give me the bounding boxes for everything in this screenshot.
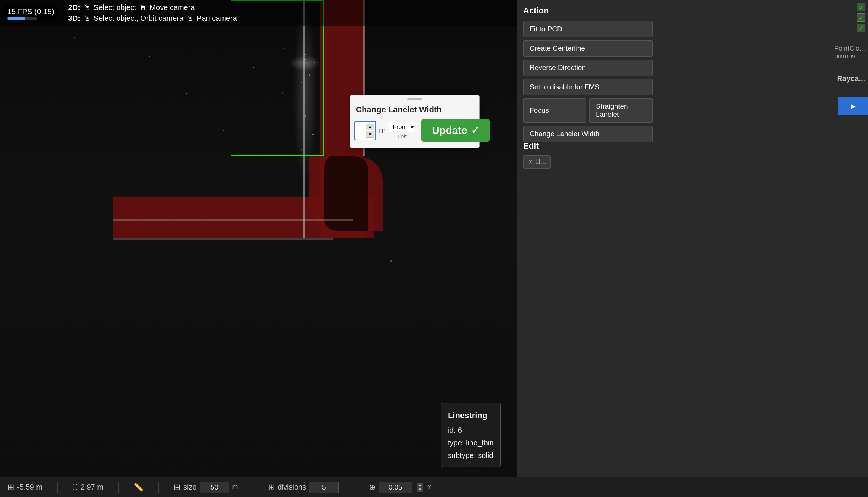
fps-display: 15 FPS (0-15) <box>4 5 57 21</box>
y-coord-item: ⁚⁚ 2.97 m <box>73 482 103 492</box>
camera-2d-icon: 🖱 <box>139 3 147 12</box>
edit-title: Edit <box>523 141 862 151</box>
fps-label: 15 FPS (0-15) <box>7 7 54 16</box>
cursor-3d-icon: 🖱 <box>83 14 91 23</box>
road-line-bottom-h <box>113 238 333 240</box>
width-spin-up[interactable]: ▲ <box>366 124 374 130</box>
divisions-item: ⊞ divisions <box>268 482 339 493</box>
linestring-tooltip: Linestring id: 6 type: line_thin subtype… <box>441 403 501 467</box>
fps-bar <box>7 17 37 20</box>
update-button[interactable]: Update ✓ <box>421 119 490 142</box>
mode-3d-label: 3D: <box>68 14 80 23</box>
move-camera-label: Move camera <box>150 3 195 12</box>
pan-icon: 🖱 <box>186 14 194 23</box>
checkbox-row-3: ✓ <box>857 24 865 32</box>
pcd-dot <box>335 279 335 280</box>
mode-2d-row: 2D: 🖱 Select object 🖱 Move camera <box>68 3 237 12</box>
step-unit: m <box>426 483 432 491</box>
width-spin-down[interactable]: ▼ <box>366 131 374 138</box>
popup-spinners: ▲ ▼ <box>366 124 374 138</box>
divisions-grid-icon: ⊞ <box>268 482 275 492</box>
divider-3 <box>158 482 159 493</box>
set-disable-fms-button[interactable]: Set to disable for FMS <box>523 79 653 95</box>
from-direction-select[interactable]: From From <box>389 122 415 132</box>
point-cloud-label: PointClo... <box>834 45 865 52</box>
x-coord-item: ⊞ -5.59 m <box>7 482 42 492</box>
tooltip-id: id: 6 <box>448 424 494 436</box>
grid-icon: ⊞ <box>7 482 14 492</box>
change-lanelet-width-button[interactable]: Change Lanelet Width <box>523 126 653 142</box>
size-unit: m <box>232 483 238 491</box>
pcd-dot <box>149 56 150 57</box>
popup-title: Change Lanelet Width <box>350 102 479 119</box>
pcd-dot <box>305 246 306 246</box>
mode-3d-row: 3D: 🖱 Select object, Orbit camera 🖱 Pan … <box>68 14 237 23</box>
action-panel: Action Fit to PCD Create Centerline Reve… <box>517 0 659 151</box>
mode-2d-label: 2D: <box>68 3 80 12</box>
status-bar: ⊞ -5.59 m ⁚⁚ 2.97 m 📏 ⊞ size m ⊞ divisio… <box>0 477 868 497</box>
popup-from-section: From From Left <box>389 122 415 140</box>
straighten-lanelet-button[interactable]: Straighten Lanelet <box>589 98 653 123</box>
edit-tag: ✕ Li... <box>523 155 551 169</box>
divider-4 <box>253 482 253 493</box>
divider-2 <box>118 482 119 493</box>
fit-pcd-button[interactable]: Fit to PCD <box>523 21 653 37</box>
focus-straighten-row: Focus Straighten Lanelet <box>523 98 653 123</box>
tooltip-type: type: line_thin <box>448 436 494 449</box>
popup-handle <box>407 98 422 100</box>
divider-5 <box>354 482 354 493</box>
popup-unit: m <box>379 126 386 135</box>
size-input[interactable] <box>200 482 229 493</box>
pcd-dot <box>186 93 187 94</box>
main-viewport[interactable]: 15 FPS (0-15) 2D: 🖱 Select object 🖱 Move… <box>0 0 517 497</box>
checkbox-3[interactable]: ✓ <box>857 24 865 32</box>
label-section: PointClo... pixmovi... <box>834 45 865 60</box>
divider-1 <box>57 482 58 493</box>
step-item: ⊕ ▲ ▼ m <box>369 482 432 493</box>
reverse-direction-button[interactable]: Reverse Direction <box>523 60 653 76</box>
right-panel: Action Fit to PCD Create Centerline Reve… <box>517 0 868 497</box>
change-lanelet-width-popup: Change Lanelet Width ▲ ▼ m From From Lef… <box>350 95 480 148</box>
step-spinbox: ▲ ▼ <box>417 483 423 492</box>
step-spin-up[interactable]: ▲ <box>417 483 423 487</box>
popup-body: ▲ ▼ m From From Left Update ✓ <box>350 119 479 148</box>
cursor-2d-icon: 🖱 <box>83 3 91 12</box>
divisions-input[interactable] <box>309 482 339 493</box>
pan-camera-label: Pan camera <box>197 14 237 23</box>
step-spin-down[interactable]: ▼ <box>417 487 423 492</box>
edit-tag-label: Li... <box>535 158 546 166</box>
focus-button[interactable]: Focus <box>523 98 586 123</box>
edit-tag-close[interactable]: ✕ <box>528 158 533 166</box>
update-label: Update <box>432 125 467 137</box>
checkbox-area: ✓ ✓ ✓ <box>857 3 865 32</box>
grid-dots-icon: ⁚⁚ <box>73 482 78 492</box>
hud-top-bar: 15 FPS (0-15) 2D: 🖱 Select object 🖱 Move… <box>0 0 517 26</box>
tooltip-subtype: subtype: solid <box>448 449 494 462</box>
ruler-icon: 📏 <box>134 482 144 492</box>
pixmovi-label: pixmovi... <box>834 52 865 60</box>
x-coord-value: -5.59 m <box>17 483 42 491</box>
step-input[interactable] <box>379 482 412 493</box>
raycast-label: Rayca... <box>837 74 865 83</box>
select-orbit-label: Select object, Orbit camera <box>94 14 183 23</box>
create-centerline-button[interactable]: Create Centerline <box>523 40 653 57</box>
pcd-dot <box>205 82 205 83</box>
edit-section: Edit ✕ Li... <box>517 141 868 169</box>
pcd-dot <box>112 74 112 75</box>
divisions-label: divisions <box>278 483 306 491</box>
select-object-2d-label: Select object <box>94 3 136 12</box>
pcd-dot <box>223 130 224 131</box>
checkbox-row-2: ✓ <box>857 13 865 22</box>
popup-input-wrap: ▲ ▼ <box>354 121 376 140</box>
blue-action-button[interactable]: ▶ <box>838 97 868 115</box>
size-label: size <box>183 483 197 491</box>
action-title: Action <box>523 6 653 16</box>
pcd-dot <box>74 37 75 38</box>
checkbox-2[interactable]: ✓ <box>857 13 865 22</box>
direction-label: Left <box>398 133 407 140</box>
crosshair-icon: ⊕ <box>369 482 376 492</box>
checkbox-1[interactable]: ✓ <box>857 3 865 11</box>
checkbox-row-1: ✓ <box>857 3 865 11</box>
grid-icon-2: ⊞ <box>174 482 180 492</box>
y-coord-value: 2.97 m <box>81 483 103 491</box>
